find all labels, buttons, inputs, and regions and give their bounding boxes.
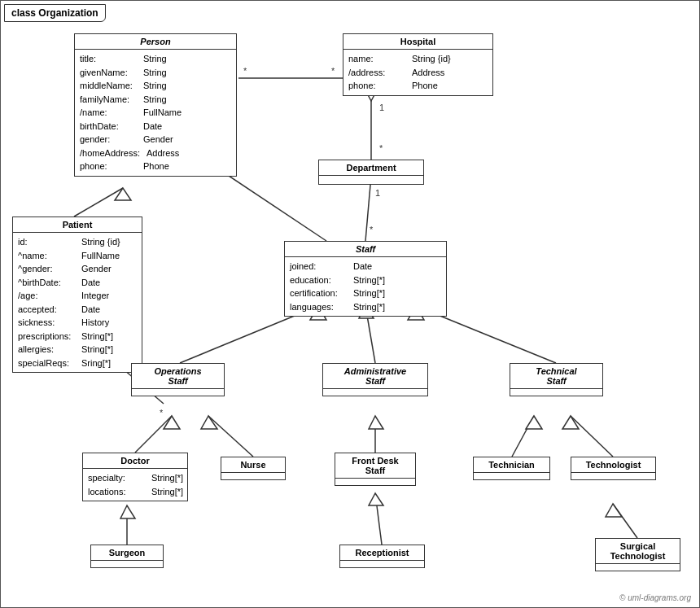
class-ops-staff-header: OperationsStaff [132,364,224,389]
class-department-header: Department [319,160,423,176]
svg-text:*: * [370,225,374,234]
svg-marker-32 [562,416,579,429]
svg-marker-30 [526,416,542,429]
svg-marker-24 [164,416,180,429]
class-hospital-body: name:String {id} /address:Address phone:… [343,50,492,95]
svg-marker-26 [201,416,217,429]
class-hospital: Hospital name:String {id} /address:Addre… [343,33,493,96]
class-surgical-tech-body [596,564,680,571]
class-receptionist: Receptionist [339,545,425,568]
svg-marker-11 [115,188,131,200]
class-technologist-header: Technologist [571,457,655,473]
class-ops-staff: OperationsStaff [131,363,225,396]
class-patient-header: Patient [13,217,142,233]
class-admin-staff-header: AdministrativeStaff [323,364,427,389]
class-surgical-tech: SurgicalTechnologist [595,538,680,571]
class-receptionist-body [340,561,424,567]
svg-line-10 [74,188,123,217]
class-surgical-tech-header: SurgicalTechnologist [596,539,680,564]
class-doctor: Doctor specialty:String[*] locations:Str… [82,453,188,501]
class-department: Department [318,160,424,185]
class-staff-body: joined:Date education:String[*] certific… [285,257,446,316]
svg-line-25 [208,416,253,457]
uml-diagram: class Organization * * 1 * 1 * * * [0,0,700,608]
class-department-body [319,176,423,184]
class-person-header: Person [75,34,236,50]
class-frontdesk: Front DeskStaff [335,453,416,486]
svg-line-31 [571,416,613,457]
class-technologist: Technologist [571,457,656,480]
class-nurse-header: Nurse [221,457,285,473]
class-tech-staff-body [510,389,602,396]
class-admin-staff: AdministrativeStaff [322,363,428,396]
class-technician: Technician [473,457,550,480]
class-ops-staff-body [132,389,224,396]
svg-text:*: * [379,143,383,153]
svg-marker-36 [369,493,383,505]
class-staff: Staff joined:Date education:String[*] ce… [284,241,447,317]
class-person-body: title:String givenName:String middleName… [75,50,236,176]
watermark: © uml-diagrams.org [619,593,691,602]
class-patient: Patient id:String {id} ^name:FullName ^g… [12,217,142,373]
class-staff-header: Staff [285,242,446,257]
class-surgeon-body [91,561,163,567]
class-admin-staff-body [323,389,427,396]
class-nurse: Nurse [221,457,286,480]
class-person: Person title:String givenName:String mid… [74,33,237,177]
class-frontdesk-body [335,479,415,485]
class-patient-body: id:String {id} ^name:FullName ^gender:Ge… [13,233,142,372]
diagram-title: class Organization [4,4,106,22]
svg-line-37 [613,504,637,538]
svg-line-29 [512,416,534,457]
class-tech-staff-header: TechnicalStaff [510,364,602,389]
class-technologist-body [571,473,655,479]
svg-line-23 [135,416,172,453]
svg-text:1: 1 [379,103,384,112]
svg-marker-28 [369,416,383,429]
class-doctor-header: Doctor [83,453,187,469]
svg-marker-38 [606,504,622,517]
class-hospital-header: Hospital [343,34,492,50]
svg-text:1: 1 [375,188,380,198]
class-surgeon-header: Surgeon [91,545,163,561]
svg-line-7 [365,176,371,241]
class-frontdesk-header: Front DeskStaff [335,453,415,479]
svg-marker-34 [120,505,135,518]
class-surgeon: Surgeon [90,545,164,568]
class-doctor-body: specialty:String[*] locations:String[*] [83,469,187,501]
class-technician-body [474,473,549,479]
class-nurse-body [221,473,285,479]
svg-text:*: * [160,408,164,418]
class-receptionist-header: Receptionist [340,545,424,561]
svg-text:*: * [243,66,247,76]
class-technician-header: Technician [474,457,549,473]
svg-line-35 [375,493,382,545]
svg-text:*: * [331,66,335,76]
class-tech-staff: TechnicalStaff [510,363,603,396]
